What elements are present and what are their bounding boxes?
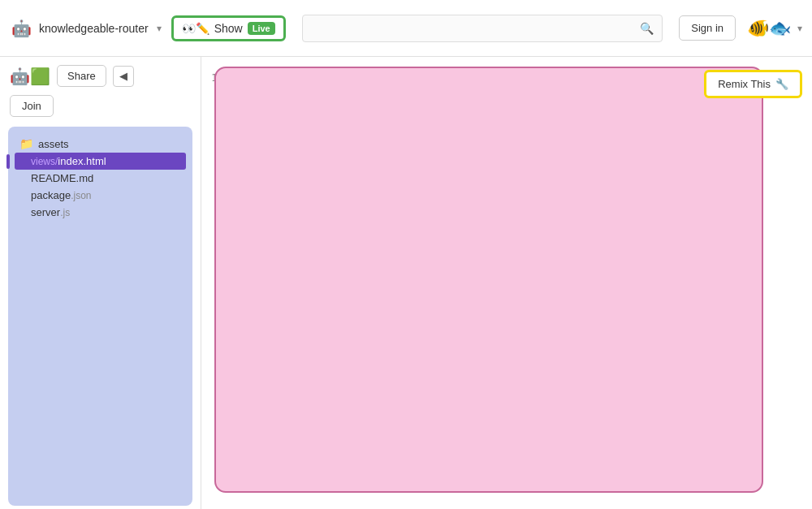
folder-assets[interactable]: 📁 assets — [15, 135, 186, 153]
active-indicator — [6, 154, 10, 169]
sign-in-button[interactable]: Sign in — [679, 15, 736, 41]
show-live-button[interactable]: 👀✏️ Show Live — [171, 15, 286, 41]
remix-this-button[interactable]: Remix This 🔧 — [704, 70, 802, 98]
share-button[interactable]: Share — [57, 65, 106, 87]
preview-panel — [214, 67, 763, 493]
search-bar[interactable]: 🔍 — [302, 15, 663, 42]
remix-icon: 🔧 — [775, 78, 788, 90]
app-container: 🤖 knowledgeable-router ▾ 👀✏️ Show Live 🔍… — [0, 0, 812, 509]
main-area: 🤖🟩 Share ◀ Join 📁 assets views/index.ht — [0, 57, 812, 509]
folder-name: assets — [38, 138, 69, 150]
project-name: knowledgeable-router — [39, 22, 149, 35]
sidebar: 🤖🟩 Share ◀ Join 📁 assets views/index.ht — [0, 57, 201, 509]
search-icon: 🔍 — [640, 22, 654, 35]
live-badge: Live — [248, 22, 275, 35]
avatar-chevron: ▾ — [797, 23, 802, 34]
collapse-button[interactable]: ◀ — [113, 66, 134, 87]
collapse-icon: ◀ — [119, 70, 127, 82]
file-item-server[interactable]: server.js — [15, 204, 186, 221]
app-logo: 🤖 — [10, 17, 32, 40]
remix-label: Remix This — [718, 78, 771, 90]
sidebar-toolbar: 🤖🟩 Share ◀ — [0, 57, 201, 95]
content-wrapper: 1 Remix This 🔧 — [201, 57, 812, 509]
file-name-package: package.json — [31, 189, 92, 201]
show-label: Show — [214, 22, 243, 35]
tools-icon: 👀✏️ — [182, 22, 209, 35]
code-editor[interactable]: 1 — [201, 57, 812, 509]
sidebar-avatars: 🤖🟩 — [10, 67, 50, 86]
project-chevron: ▾ — [157, 23, 162, 34]
file-name-readme: README.md — [31, 172, 93, 184]
file-item-views-index[interactable]: views/index.html — [15, 153, 186, 170]
file-item-package[interactable]: package.json — [15, 187, 186, 204]
file-name-views-index: views/index.html — [31, 155, 106, 167]
file-name-server: server.js — [31, 206, 70, 218]
file-item-readme[interactable]: README.md — [15, 170, 186, 187]
folder-icon: 📁 — [19, 137, 33, 150]
search-input[interactable] — [311, 22, 641, 34]
join-button[interactable]: Join — [10, 95, 54, 117]
file-tree: 📁 assets views/index.html README.md — [8, 127, 192, 506]
user-avatar[interactable]: 🐠🐟 — [747, 18, 791, 39]
content-area: 1 Remix This 🔧 — [201, 57, 812, 509]
navbar: 🤖 knowledgeable-router ▾ 👀✏️ Show Live 🔍… — [0, 0, 812, 57]
